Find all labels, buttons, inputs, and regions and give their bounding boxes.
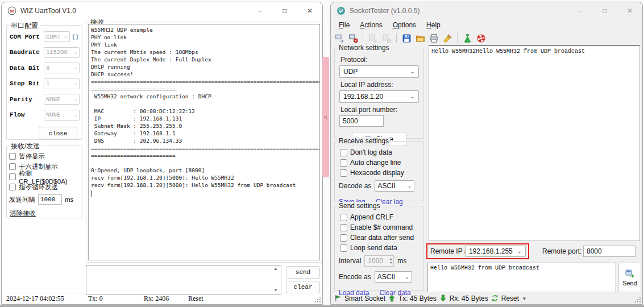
statusbar-tx-count: Tx: 0 xyxy=(88,294,103,303)
maximize-button[interactable]: □ xyxy=(272,2,297,19)
send-icon xyxy=(625,268,635,279)
stop-listen-button[interactable] xyxy=(381,32,392,44)
titlebar[interactable]: w WIZ UartTool V1.0 – □ ✕ xyxy=(2,2,322,19)
receive-terminal[interactable]: W55MH32 UDP example PHY no link PHY link… xyxy=(88,24,320,260)
flag-icon xyxy=(334,294,342,302)
send-button[interactable]: send xyxy=(286,266,320,279)
interval-input[interactable]: 1000 ▲ ▼ xyxy=(364,255,394,267)
open-icon xyxy=(416,34,425,43)
resize-grip[interactable] xyxy=(314,296,321,303)
test-tool-button[interactable] xyxy=(462,32,473,44)
flask-icon xyxy=(463,34,472,43)
auto-change-line-checkbox[interactable]: Auto change line xyxy=(338,157,421,168)
flow-select[interactable]: NONE ⌄ xyxy=(44,110,80,121)
enable-command-checkbox[interactable]: Enable $# command xyxy=(338,222,421,233)
chevron-down-icon: ⌄ xyxy=(405,275,409,280)
toolbar-separator xyxy=(363,33,363,43)
protocol-label: Protocol: xyxy=(340,56,419,64)
parity-select[interactable]: NONE ⌄ xyxy=(44,94,80,105)
com-port-select[interactable]: COM7 ⌄ xyxy=(44,31,70,42)
refresh-ports-icon[interactable]: () xyxy=(72,34,79,40)
statusbar-rx-count: Rx: 45 Bytes xyxy=(450,294,488,302)
local-ip-label: Local IP address: xyxy=(340,81,419,89)
stopbit-select[interactable]: 1 ⌄ xyxy=(44,78,80,89)
remote-port-label: Remote port: xyxy=(542,247,581,255)
save-icon xyxy=(402,34,412,43)
baudrate-select[interactable]: 115200 ⌄ xyxy=(44,47,80,58)
scroll-down-icon[interactable]: ▼ xyxy=(273,288,278,293)
local-port-input[interactable]: 5000 xyxy=(339,115,384,127)
crlf-detect-checkbox[interactable]: 检测CR_LF($0D$0A) xyxy=(7,172,82,182)
help-button[interactable] xyxy=(475,32,487,44)
append-crlf-checkbox[interactable]: Append CRLF xyxy=(338,212,421,222)
menu-help[interactable]: Help xyxy=(422,20,445,30)
window-title: WIZ UartTool V1.0 xyxy=(20,7,76,15)
chevron-down-icon: ⌄ xyxy=(410,94,415,99)
connect-button[interactable] xyxy=(334,32,345,44)
minimize-button[interactable]: – xyxy=(567,2,592,19)
wiz-logo-icon: w xyxy=(7,6,16,15)
checkbox-icon xyxy=(9,173,16,180)
close-button[interactable]: ✕ xyxy=(617,2,642,19)
hexacode-display-checkbox[interactable]: Hexacode display xyxy=(338,168,421,178)
collapsed-panel-handle[interactable]: < xyxy=(322,57,329,177)
print-button[interactable] xyxy=(428,32,439,44)
titlebar[interactable]: SocketTester (v1.0.0.5) – □ ✕ xyxy=(331,2,642,19)
socket-send-input[interactable]: Hello W55MH32 from UDP broadcast xyxy=(427,263,616,292)
collapse-arrow-icon: < xyxy=(324,114,327,121)
loop-send-checkbox[interactable]: Loop send data xyxy=(338,243,421,253)
menubar: File Actions Options Help xyxy=(331,19,642,31)
resize-grip[interactable] xyxy=(634,296,641,303)
toolbar-separator xyxy=(396,33,397,43)
listen-button[interactable] xyxy=(367,32,379,44)
encode-as-select[interactable]: ASCII ⌄ xyxy=(375,271,412,283)
parity-row: Parity NONE ⌄ xyxy=(7,92,82,107)
open-button[interactable] xyxy=(414,32,426,44)
serial-close-button[interactable]: close xyxy=(39,127,77,140)
maximize-button[interactable]: □ xyxy=(592,2,617,19)
menu-file[interactable]: File xyxy=(334,20,354,30)
checkbox-icon xyxy=(340,224,347,231)
socket-receive-text: Hello W55MH32Hello W55MH32 from UDP broa… xyxy=(429,46,639,57)
chevron-down-icon: ⌄ xyxy=(74,97,77,102)
wiz-uarttool-window: w WIZ UartTool V1.0 – □ ✕ 串口配置 COM Port … xyxy=(1,2,323,305)
socket-send-button[interactable]: Send xyxy=(618,263,641,292)
socket-receive-display[interactable]: Hello W55MH32Hello W55MH32 from UDP broa… xyxy=(429,45,640,241)
svg-text:w: w xyxy=(9,8,14,14)
chevron-down-icon: ⌄ xyxy=(410,69,415,74)
checkbox-icon xyxy=(340,214,347,221)
clear-screen-button[interactable] xyxy=(442,32,453,44)
checkbox-icon xyxy=(9,163,16,170)
protocol-select[interactable]: UDP ⌄ xyxy=(339,65,419,78)
receive-settings-group: Receive settings Don't log data Auto cha… xyxy=(334,141,424,201)
lifebuoy-icon xyxy=(476,34,486,43)
connect-icon xyxy=(335,34,344,43)
stopbit-row: Stop Bit 1 ⌄ xyxy=(7,76,82,92)
send-input[interactable]: ▲ ▼ xyxy=(86,265,281,294)
close-button[interactable]: ✕ xyxy=(297,2,322,19)
serial-config-group: 串口配置 COM Port COM7 ⌄ () Baudrate 115200 … xyxy=(6,25,82,140)
send-interval-input[interactable]: 1000 xyxy=(38,194,62,205)
decode-as-select[interactable]: ASCII ⌄ xyxy=(375,180,414,192)
save-button[interactable] xyxy=(401,32,412,44)
menu-actions[interactable]: Actions xyxy=(355,20,387,30)
chevron-down-icon: ⌄ xyxy=(74,65,77,70)
spinner-arrows[interactable]: ▲ ▼ xyxy=(389,258,392,264)
chevron-down-icon: ⌄ xyxy=(74,50,77,55)
clear-after-send-checkbox[interactable]: Clear data after send xyxy=(338,233,421,243)
local-ip-select[interactable]: 192.168.1.20 ⌄ xyxy=(339,90,419,103)
menu-options[interactable]: Options xyxy=(388,20,421,30)
dont-log-checkbox[interactable]: Don't log data xyxy=(338,147,421,157)
clear-receive-link[interactable]: 清除接收 xyxy=(10,209,36,218)
chevron-down-icon: ⌄ xyxy=(408,184,412,189)
pause-display-checkbox[interactable]: 暂停显示 xyxy=(7,151,82,161)
checkbox-icon xyxy=(340,159,347,167)
databit-select[interactable]: 8 ⌄ xyxy=(44,63,80,73)
clear-button[interactable]: clear xyxy=(286,281,320,293)
remote-ip-select[interactable]: 192.168.1.255 ⌄ xyxy=(465,246,526,257)
scroll-up-icon[interactable]: ▲ xyxy=(273,267,278,271)
connect-socket-button[interactable] xyxy=(347,32,359,44)
statusbar-reset-dropdown[interactable]: Reset xyxy=(501,294,519,302)
remote-port-input[interactable]: 8000 xyxy=(583,246,635,257)
minimize-button[interactable]: – xyxy=(247,2,272,19)
